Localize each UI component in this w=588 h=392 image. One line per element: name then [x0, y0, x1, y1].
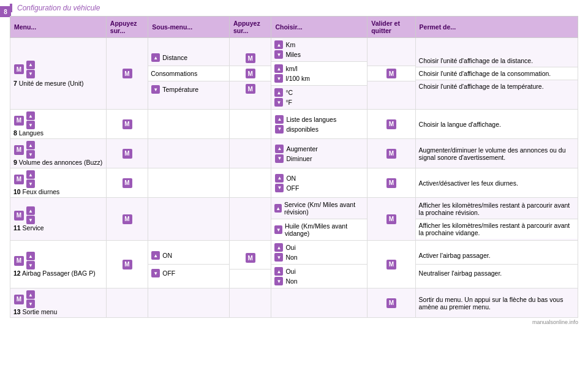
- m-button[interactable]: M: [123, 178, 132, 188]
- valider-cell: M: [368, 241, 415, 288]
- menu-cell: M 11 Service: [10, 198, 107, 241]
- table-row: M 13 Sortie menu M Sortir du menu. Un ap…: [10, 288, 578, 318]
- appuyez-cell: M: [106, 38, 148, 110]
- table-row: M 11 Service M: [10, 198, 578, 241]
- valider-cell: M: [368, 198, 415, 241]
- m-button[interactable]: M: [246, 253, 255, 263]
- page-header: Configuration du véhicule: [10, 4, 578, 12]
- table-row: M 9 Volume des annonces (Buzz) M Augment…: [10, 139, 578, 168]
- menu-cell: M 7 Unité de mesure (Unit): [10, 38, 107, 110]
- m-button[interactable]: M: [246, 84, 255, 94]
- sous-menu-cell: [148, 198, 230, 241]
- m-button[interactable]: M: [386, 69, 396, 78]
- appuyez2-cell: [229, 168, 271, 198]
- appuyez2-cell: [229, 198, 271, 241]
- valider-cell: M: [368, 38, 415, 110]
- m-button[interactable]: M: [123, 149, 132, 159]
- appuyez-cell: M: [106, 168, 148, 198]
- up-button[interactable]: [26, 111, 35, 120]
- choisir-cell: Service (Km/ Miles avant révision) Huile…: [271, 198, 368, 241]
- choisir-cell: Km Miles km/l l/100 km °: [271, 38, 368, 110]
- m-button[interactable]: M: [123, 69, 132, 78]
- m-button[interactable]: M: [123, 214, 132, 224]
- valider-cell: M: [368, 110, 415, 139]
- m-button[interactable]: M: [386, 119, 396, 129]
- down-button[interactable]: [26, 216, 35, 224]
- valider-cell: M: [368, 139, 415, 168]
- appuyez2-cell: M: [229, 241, 271, 288]
- m-button[interactable]: M: [246, 53, 255, 63]
- permet-cell: Choisir l'unité d'affichage de la distan…: [415, 38, 578, 110]
- m-button[interactable]: M: [246, 69, 255, 78]
- sous-menu-cell: [148, 139, 230, 168]
- appuyez2-cell: [229, 110, 271, 139]
- sous-menu-cell: Distance Consommations: [148, 38, 230, 110]
- m-button[interactable]: M: [386, 178, 396, 188]
- m-button[interactable]: M: [14, 64, 24, 74]
- m-button[interactable]: M: [386, 149, 396, 159]
- table-row: M 8 Langues M Liste des: [10, 110, 578, 139]
- choisir-cell: Augmenter Diminuer: [271, 139, 368, 168]
- down-button[interactable]: [26, 150, 35, 159]
- appuyez2-cell: [229, 139, 271, 168]
- up-button[interactable]: [26, 170, 35, 179]
- down-icon[interactable]: [151, 85, 160, 94]
- config-table: Menu... Appuyez sur... Sous-menu... Appu…: [10, 16, 578, 318]
- col-valider: Valider et quitter: [368, 17, 415, 38]
- appuyez-cell: M: [106, 241, 148, 288]
- permet-cell: Augmenter/diminuer le volume des annonce…: [415, 139, 578, 168]
- up-button[interactable]: [26, 141, 35, 149]
- sous-menu-cell: [148, 288, 230, 318]
- header-title: Configuration du véhicule: [17, 4, 100, 12]
- menu-cell: M 13 Sortie menu: [10, 288, 107, 318]
- m-button[interactable]: M: [14, 116, 24, 126]
- appuyez-cell: M: [106, 198, 148, 241]
- permet-cell: Choisir la langue d'affichage.: [415, 110, 578, 139]
- m-button[interactable]: M: [14, 211, 24, 221]
- appuyez2-cell: M M M: [229, 38, 271, 110]
- col-appuyez1: Appuyez sur...: [106, 17, 148, 38]
- up-icon[interactable]: [151, 53, 160, 62]
- table-row: M 7 Unité de mesure (Unit) M: [10, 38, 578, 110]
- choisir-cell: Liste des langues disponibles: [271, 110, 368, 139]
- m-button[interactable]: M: [14, 145, 24, 155]
- appuyez-cell: M: [106, 139, 148, 168]
- appuyez2-cell: [229, 288, 271, 318]
- menu-cell: M 8 Langues: [10, 110, 107, 139]
- down-button[interactable]: [26, 300, 35, 308]
- permet-cell: Activer l'airbag passager. Neutraliser l…: [415, 241, 578, 288]
- down-button[interactable]: [26, 121, 35, 129]
- sous-menu-cell: [148, 110, 230, 139]
- up-button[interactable]: [26, 252, 35, 260]
- up-button[interactable]: [26, 206, 35, 215]
- down-button[interactable]: [26, 179, 35, 188]
- valider-cell: M: [368, 288, 415, 318]
- table-row: M 12 Airbag Passager (BAG P) M: [10, 241, 578, 288]
- col-permet: Permet de...: [415, 17, 578, 38]
- down-button[interactable]: [26, 70, 35, 78]
- up-button[interactable]: [26, 61, 35, 69]
- m-button[interactable]: M: [123, 119, 132, 129]
- up-button[interactable]: [26, 290, 35, 299]
- m-button[interactable]: M: [14, 175, 24, 184]
- m-button[interactable]: M: [386, 214, 396, 224]
- m-button[interactable]: M: [14, 295, 24, 304]
- col-choisir: Choisir...: [271, 17, 368, 38]
- m-button[interactable]: M: [386, 298, 396, 308]
- menu-cell: M 10 Feux diurnes: [10, 168, 107, 198]
- col-sous: Sous-menu...: [148, 17, 230, 38]
- choisir-cell: ON OFF: [271, 168, 368, 198]
- appuyez-cell: M: [106, 110, 148, 139]
- footer: manualsonline.info: [0, 318, 588, 326]
- sous-menu-cell: ON OFF: [148, 241, 230, 288]
- choisir-cell: [271, 288, 368, 318]
- valider-cell: M: [368, 168, 415, 198]
- m-button[interactable]: M: [386, 260, 396, 270]
- permet-cell: Afficher les kilomètres/miles restant à …: [415, 198, 578, 241]
- col-menu: Menu...: [10, 17, 107, 38]
- down-button[interactable]: [26, 261, 35, 270]
- m-button[interactable]: M: [123, 260, 132, 270]
- appuyez-cell: [106, 288, 148, 318]
- m-button[interactable]: M: [14, 256, 24, 266]
- col-appuyez2: Appuyez sur...: [229, 17, 271, 38]
